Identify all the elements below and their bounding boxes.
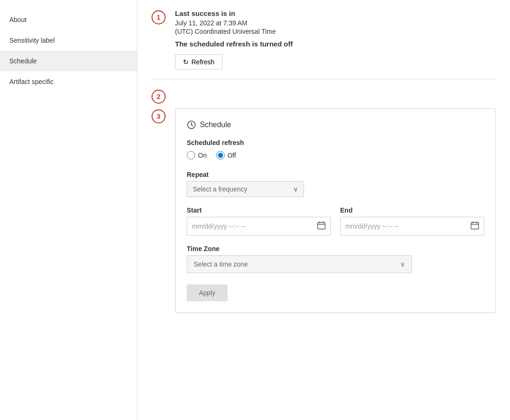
radio-on-input[interactable] [187, 151, 195, 160]
radio-off-label: Off [228, 152, 236, 159]
end-input-wrapper[interactable]: mm/dd/yyyy --:-- -- [340, 217, 484, 236]
timezone-label: Time Zone [187, 245, 484, 252]
schedule-card-header: Schedule [187, 120, 484, 130]
apply-button-label: Apply [199, 289, 215, 297]
date-row: Start mm/dd/yyyy --:-- -- [187, 206, 484, 236]
step-2-section: 2 [152, 89, 496, 104]
repeat-label: Repeat [187, 171, 484, 178]
end-placeholder: mm/dd/yyyy --:-- -- [345, 222, 471, 230]
sidebar-item-artifact-specific[interactable]: Artifact specific [0, 71, 137, 92]
refresh-button[interactable]: ↻ Refresh [175, 54, 222, 69]
schedule-card: Schedule Scheduled refresh On Off [175, 108, 496, 313]
apply-button[interactable]: Apply [187, 284, 228, 301]
timezone-placeholder: Select a time zone [194, 260, 248, 268]
end-label: End [340, 206, 484, 214]
schedule-card-title: Schedule [200, 121, 231, 129]
svg-rect-1 [318, 222, 325, 229]
sidebar-item-sensitivity-label[interactable]: Sensitivity label [0, 30, 137, 51]
last-success-timezone: (UTC) Coordinated Universal Time [175, 28, 496, 35]
last-success-title: Last success is in [175, 9, 496, 17]
end-calendar-icon [471, 221, 479, 231]
end-field: End mm/dd/yyyy --:-- -- [340, 206, 484, 236]
step-1-content: Last success is in July 11, 2022 at 7:39… [175, 9, 496, 69]
start-label: Start [187, 206, 331, 214]
timezone-chevron-icon: ∨ [400, 260, 405, 268]
start-placeholder: mm/dd/yyyy --:-- -- [192, 222, 317, 230]
step-2-number: 2 [152, 90, 166, 104]
frequency-dropdown[interactable]: Select a frequency ∨ [187, 181, 304, 197]
refresh-button-label: Refresh [191, 58, 214, 66]
step-3-number: 3 [152, 109, 166, 123]
divider-1 [152, 79, 496, 79]
scheduled-refresh-status: The scheduled refresh is turned off [175, 40, 496, 48]
scheduled-refresh-label: Scheduled refresh [187, 139, 484, 146]
main-content: 1 Last success is in July 11, 2022 at 7:… [137, 0, 510, 420]
sidebar: About Sensitivity label Schedule Artifac… [0, 0, 137, 420]
radio-on-label: On [198, 152, 207, 159]
radio-on-option[interactable]: On [187, 151, 207, 160]
timezone-dropdown[interactable]: Select a time zone ∨ [187, 255, 412, 273]
refresh-icon: ↻ [183, 58, 189, 66]
start-calendar-icon [317, 221, 326, 231]
step-3-content: Schedule Scheduled refresh On Off [175, 108, 496, 313]
start-input-wrapper[interactable]: mm/dd/yyyy --:-- -- [187, 217, 331, 236]
frequency-placeholder: Select a frequency [193, 185, 247, 193]
radio-group-refresh: On Off [187, 151, 484, 160]
step-1-number: 1 [152, 10, 166, 24]
step-3-section: 3 Schedule Scheduled refresh [152, 108, 496, 313]
clock-icon [187, 120, 196, 130]
sidebar-item-about[interactable]: About [0, 9, 137, 30]
radio-off-option[interactable]: Off [216, 151, 236, 160]
last-success-date: July 11, 2022 at 7:39 AM [175, 19, 496, 27]
svg-rect-5 [471, 222, 479, 229]
sidebar-item-schedule[interactable]: Schedule [0, 51, 137, 71]
frequency-chevron-icon: ∨ [293, 185, 298, 193]
step-1-section: 1 Last success is in July 11, 2022 at 7:… [152, 9, 496, 69]
step-2-content [175, 89, 496, 104]
radio-off-input[interactable] [216, 151, 225, 160]
start-field: Start mm/dd/yyyy --:-- -- [187, 206, 331, 236]
